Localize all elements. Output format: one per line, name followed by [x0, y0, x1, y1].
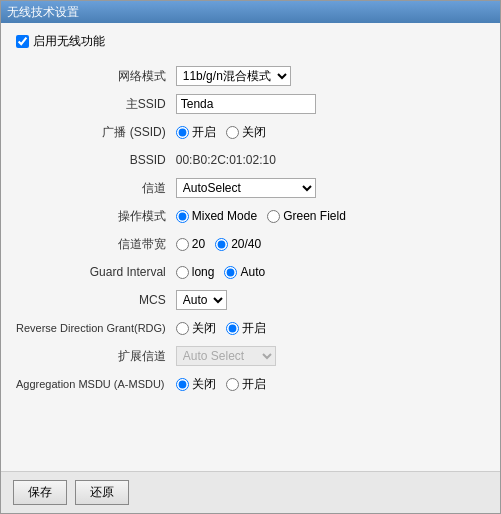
operation-mode-radio-group: Mixed Mode Green Field [176, 209, 485, 223]
bssid-row: BSSID 00:B0:2C:01:02:10 [16, 146, 485, 174]
guard-interval-radio-group: long Auto [176, 265, 485, 279]
window: 无线技术设置 启用无线功能 网络模式 11b/g/n混合模式 11b模式 11g… [0, 0, 501, 514]
channel-width-label: 信道带宽 [16, 230, 176, 258]
rdg-on-radio[interactable] [226, 322, 239, 335]
network-mode-label: 网络模式 [16, 62, 176, 90]
title-bar: 无线技术设置 [1, 1, 500, 23]
gi-long-item: long [176, 265, 215, 279]
window-title: 无线技术设置 [7, 4, 79, 21]
amsdu-off-label: 关闭 [192, 376, 216, 393]
ssid-label: 主SSID [16, 90, 176, 118]
broadcast-on-radio[interactable] [176, 126, 189, 139]
enable-wireless-row: 启用无线功能 [16, 33, 485, 50]
channel-width-row: 信道带宽 20 20/40 [16, 230, 485, 258]
amsdu-on-item: 开启 [226, 376, 266, 393]
rdg-label: Reverse Direction Grant(RDG) [16, 314, 176, 342]
gi-auto-item: Auto [224, 265, 265, 279]
operation-mode-row: 操作模式 Mixed Mode Green Field [16, 202, 485, 230]
channel-width-radio-group: 20 20/40 [176, 237, 485, 251]
footer: 保存 还原 [1, 471, 500, 513]
green-field-label: Green Field [283, 209, 346, 223]
amsdu-label: Aggregation MSDU (A-MSDU) [16, 370, 176, 398]
broadcast-on-label: 开启 [192, 124, 216, 141]
width-2040-radio[interactable] [215, 238, 228, 251]
rdg-on-label: 开启 [242, 320, 266, 337]
rdg-off-radio[interactable] [176, 322, 189, 335]
bssid-value: 00:B0:2C:01:02:10 [176, 153, 276, 167]
gi-auto-radio[interactable] [224, 266, 237, 279]
channel-label: 信道 [16, 174, 176, 202]
broadcast-row: 广播 (SSID) 开启 关闭 [16, 118, 485, 146]
network-mode-row: 网络模式 11b/g/n混合模式 11b模式 11g模式 11n模式 [16, 62, 485, 90]
operation-mode-label: 操作模式 [16, 202, 176, 230]
broadcast-off-radio[interactable] [226, 126, 239, 139]
broadcast-off-label: 关闭 [242, 124, 266, 141]
green-field-radio[interactable] [267, 210, 280, 223]
width-20-radio[interactable] [176, 238, 189, 251]
settings-table: 网络模式 11b/g/n混合模式 11b模式 11g模式 11n模式 主SSID [16, 62, 485, 398]
ext-channel-select[interactable]: Auto Select [176, 346, 276, 366]
gi-long-radio[interactable] [176, 266, 189, 279]
channel-row: 信道 AutoSelect 1 2 3 4 5 6 7 8 9 10 1 [16, 174, 485, 202]
width-2040-item: 20/40 [215, 237, 261, 251]
mcs-label: MCS [16, 286, 176, 314]
width-20-item: 20 [176, 237, 205, 251]
broadcast-on-item: 开启 [176, 124, 216, 141]
ext-channel-label: 扩展信道 [16, 342, 176, 370]
mcs-row: MCS Auto 0 1 2 3 4 5 6 7 [16, 286, 485, 314]
amsdu-radio-group: 关闭 开启 [176, 376, 485, 393]
save-button[interactable]: 保存 [13, 480, 67, 505]
amsdu-row: Aggregation MSDU (A-MSDU) 关闭 开启 [16, 370, 485, 398]
enable-wireless-label: 启用无线功能 [33, 33, 105, 50]
broadcast-radio-group: 开启 关闭 [176, 124, 485, 141]
network-mode-select[interactable]: 11b/g/n混合模式 11b模式 11g模式 11n模式 [176, 66, 291, 86]
rdg-off-label: 关闭 [192, 320, 216, 337]
rdg-on-item: 开启 [226, 320, 266, 337]
content-area: 启用无线功能 网络模式 11b/g/n混合模式 11b模式 11g模式 11n模… [1, 23, 500, 471]
amsdu-on-radio[interactable] [226, 378, 239, 391]
amsdu-off-radio[interactable] [176, 378, 189, 391]
guard-interval-row: Guard Interval long Auto [16, 258, 485, 286]
rdg-row: Reverse Direction Grant(RDG) 关闭 开启 [16, 314, 485, 342]
mcs-select[interactable]: Auto 0 1 2 3 4 5 6 7 [176, 290, 227, 310]
width-2040-label: 20/40 [231, 237, 261, 251]
rdg-off-item: 关闭 [176, 320, 216, 337]
green-field-item: Green Field [267, 209, 346, 223]
ssid-value [176, 90, 485, 118]
broadcast-label: 广播 (SSID) [16, 118, 176, 146]
amsdu-off-item: 关闭 [176, 376, 216, 393]
width-20-label: 20 [192, 237, 205, 251]
guard-interval-label: Guard Interval [16, 258, 176, 286]
gi-auto-label: Auto [240, 265, 265, 279]
mixed-mode-radio[interactable] [176, 210, 189, 223]
channel-select[interactable]: AutoSelect 1 2 3 4 5 6 7 8 9 10 11 12 13 [176, 178, 316, 198]
mixed-mode-item: Mixed Mode [176, 209, 257, 223]
amsdu-on-label: 开启 [242, 376, 266, 393]
ext-channel-row: 扩展信道 Auto Select [16, 342, 485, 370]
network-mode-value: 11b/g/n混合模式 11b模式 11g模式 11n模式 [176, 62, 485, 90]
enable-wireless-checkbox[interactable] [16, 35, 29, 48]
reset-button[interactable]: 还原 [75, 480, 129, 505]
bssid-label: BSSID [16, 146, 176, 174]
broadcast-off-item: 关闭 [226, 124, 266, 141]
mixed-mode-label: Mixed Mode [192, 209, 257, 223]
ssid-row: 主SSID [16, 90, 485, 118]
gi-long-label: long [192, 265, 215, 279]
ssid-input[interactable] [176, 94, 316, 114]
rdg-radio-group: 关闭 开启 [176, 320, 485, 337]
